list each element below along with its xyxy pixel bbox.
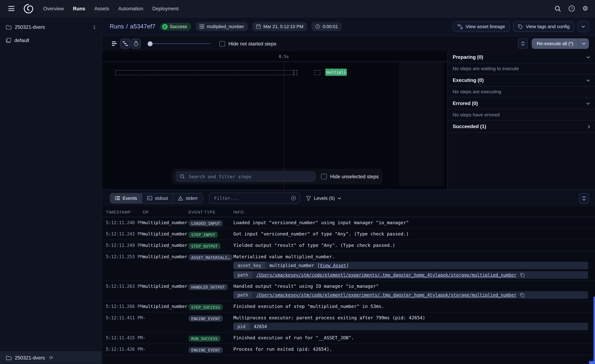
metadata-key: path <box>234 271 252 279</box>
gantt-flat-view-icon[interactable] <box>110 39 120 49</box>
reexecute-dropdown-button[interactable] <box>578 38 589 49</box>
levels-dropdown[interactable]: Levels (5) <box>306 196 341 201</box>
log-panel-resize-button[interactable] <box>579 193 589 203</box>
breadcrumb-runs-link[interactable]: Runs <box>110 23 124 30</box>
search-icon[interactable] <box>555 6 561 12</box>
chevron-down-icon <box>338 197 341 199</box>
top-nav: Overview Runs Assets Automation Deployme… <box>0 0 595 17</box>
path-link[interactable]: /Users/smackesey/stm/code/elementl/exper… <box>256 292 517 298</box>
nav-item-deployment[interactable]: Deployment <box>152 6 178 11</box>
view-asset-link[interactable]: View Asset <box>320 263 346 268</box>
view-asset-lineage-label: View asset lineage <box>466 24 505 29</box>
hide-not-started-toggle[interactable]: Hide not started steps <box>219 41 276 46</box>
event-type-tag: RUN_SUCCESS <box>189 336 220 342</box>
step-search-input[interactable] <box>188 173 311 180</box>
log-filter-box <box>209 193 300 203</box>
clear-filter-icon[interactable] <box>291 196 296 201</box>
nav-item-assets[interactable]: Assets <box>94 6 109 11</box>
panel-resize-button[interactable] <box>518 38 528 49</box>
event-op: multiplied_number <box>143 219 189 226</box>
slider-knob[interactable] <box>148 41 153 46</box>
log-filter-input[interactable] <box>213 195 288 201</box>
section-title: Succeeded (1) <box>453 124 486 129</box>
table-row[interactable]: 5:12:11.263 PMmultiplied_numberHANDLED_O… <box>102 281 595 301</box>
table-row[interactable]: 5:12:11.266 PMmultiplied_numberSTEP_SUCC… <box>102 301 595 312</box>
view-asset-lineage-button[interactable]: View asset lineage <box>453 21 510 32</box>
copy-icon[interactable] <box>520 273 524 277</box>
hide-unselected-checkbox[interactable] <box>321 174 326 179</box>
step-search-box <box>176 171 315 182</box>
path-link[interactable]: /Users/smackesey/stm/code/elementl/exper… <box>256 272 517 278</box>
event-timestamp: 5:12:11.426 PM <box>102 346 143 352</box>
sidebar-footer[interactable]: 250321-dvers ⟳ <box>0 351 102 364</box>
view-tags-config-button[interactable]: View tags and config <box>513 21 574 32</box>
section-title: Preparing (0) <box>453 54 483 60</box>
nav-item-runs[interactable]: Runs <box>73 6 85 11</box>
stopwatch-icon[interactable] <box>131 39 141 49</box>
tab-stderr[interactable]: stderr <box>173 193 203 203</box>
metadata-key: asset_key <box>234 262 265 269</box>
asset-group-icon <box>6 38 11 43</box>
section-executing[interactable]: Executing (0) <box>448 74 595 87</box>
event-type-tag: STEP_SUCCESS <box>189 304 223 310</box>
hide-not-started-checkbox[interactable] <box>219 41 225 46</box>
event-message: Finished execution of run for "__ASSET_J… <box>234 335 588 341</box>
table-row[interactable]: 5:12:11.415 PM-RUN_SUCCESSFinished execu… <box>102 333 595 344</box>
zoom-slider[interactable] <box>148 39 210 49</box>
warning-icon <box>178 196 183 200</box>
section-succeeded[interactable]: Succeeded (1) <box>448 121 595 132</box>
terminal-icon <box>147 196 152 200</box>
table-row[interactable]: 5:12:11.243 PMmultiplied_numberSTEP_INPU… <box>102 229 595 240</box>
event-info: Got input "versioned_number" of type "An… <box>234 231 595 237</box>
table-row[interactable]: 5:12:11.411 PM-ENGINE_EVENTMultiprocess … <box>102 312 595 333</box>
metadata-key: path <box>234 291 252 299</box>
help-icon[interactable]: ? <box>568 5 575 12</box>
gear-icon[interactable]: ⚙ <box>582 5 588 12</box>
event-op: multiplied_number <box>143 231 189 237</box>
nav-item-overview[interactable]: Overview <box>43 6 64 11</box>
reexecute-all-button[interactable]: Re-execute all (*) <box>532 38 578 49</box>
tab-events[interactable]: Events <box>110 193 142 203</box>
asset-chip[interactable]: multiplied_number <box>196 22 248 31</box>
step-status-panel: Preparing (0) No steps are waiting to ex… <box>447 51 595 190</box>
sidebar-item-default-group[interactable]: default <box>0 34 102 47</box>
log-tabs: Events stdout stderr <box>110 193 203 203</box>
section-preparing[interactable]: Preparing (0) <box>448 51 595 63</box>
event-message: Process for run exited (pid: 42654). <box>234 346 588 352</box>
event-type-cell: HANDLED_OUTPUT <box>189 283 233 290</box>
nav-item-automation[interactable]: Automation <box>118 6 143 11</box>
col-op: OP <box>143 210 189 214</box>
table-row[interactable]: 5:12:11.253 PMmultiplied_numberASSET_MAT… <box>102 251 595 281</box>
event-timestamp: 5:12:11.249 PM <box>102 242 143 248</box>
step-success-bar[interactable]: multipli… <box>325 69 347 76</box>
copy-icon[interactable] <box>520 293 524 297</box>
vertical-scrollbar-thumb[interactable] <box>594 296 595 363</box>
clock-icon <box>315 24 320 29</box>
event-type-tag: STEP_OUTPUT <box>189 243 220 249</box>
tab-stdout[interactable]: stdout <box>142 193 173 203</box>
folder-icon <box>6 356 11 360</box>
header-more-button[interactable] <box>577 21 589 32</box>
metadata-link-wrap: [View Asset] <box>317 263 349 268</box>
reload-icon[interactable]: ⟳ <box>49 355 53 361</box>
section-errored[interactable]: Errored (0) <box>448 98 595 110</box>
event-info: Finished execution of step "multiplied_n… <box>234 303 595 309</box>
chevron-down-icon <box>586 102 590 105</box>
footer-code-location-label: 250321-dvers <box>15 355 45 361</box>
table-row[interactable]: 5:12:11.426 PM-ENGINE_EVENTProcess for r… <box>102 344 595 355</box>
table-row[interactable]: 5:12:11.249 PMmultiplied_numberSTEP_OUTP… <box>102 240 595 251</box>
sidebar-item-code-location[interactable]: 250321-dvers 1 <box>0 21 102 34</box>
tab-events-label: Events <box>123 196 137 201</box>
hide-not-started-label: Hide not started steps <box>228 41 276 46</box>
hide-unselected-toggle[interactable]: Hide unselected steps <box>321 174 379 179</box>
gantt-waterfall-view-icon[interactable] <box>120 39 130 49</box>
run-duration-chip: 0:00:01 <box>312 22 342 31</box>
table-row[interactable]: 5:12:11.240 PMmultiplied_numberLOADED_IN… <box>102 217 595 229</box>
hamburger-menu-icon[interactable] <box>7 5 16 13</box>
search-icon <box>180 174 185 179</box>
horizontal-scrollbar-thumb[interactable] <box>589 361 595 364</box>
event-op: - <box>143 346 189 352</box>
metadata-row: pid42654 <box>234 323 588 330</box>
col-info: INFO <box>234 210 595 214</box>
slider-track <box>148 43 210 44</box>
